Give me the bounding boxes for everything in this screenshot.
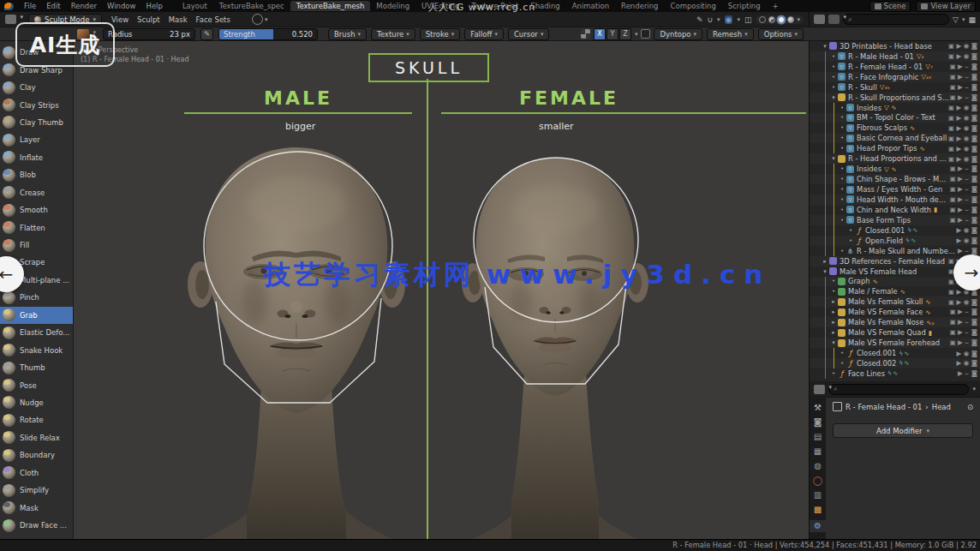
outliner-row[interactable]: •▽Basic Cornea and Eyeball▣▶◉◙ xyxy=(810,133,980,143)
tab-compositing[interactable]: Compositing xyxy=(665,1,722,11)
exclude-checkbox-icon[interactable]: ▣ xyxy=(948,135,954,142)
shading-rendered-icon[interactable] xyxy=(787,16,794,23)
render-camera-icon[interactable]: ◙ xyxy=(971,145,977,153)
selectable-icon[interactable]: ▶ xyxy=(958,206,963,214)
shading-solid-icon[interactable] xyxy=(768,16,775,23)
snap-icon[interactable]: ∪ xyxy=(707,15,713,24)
tool-cloth[interactable]: Cloth xyxy=(0,464,73,482)
tool-clay-thumb[interactable]: Clay Thumb xyxy=(0,114,73,131)
exclude-checkbox-icon[interactable]: ▣ xyxy=(949,328,955,337)
render-camera-icon[interactable]: ◙ xyxy=(971,206,977,214)
outliner-row[interactable]: •▽R - Face Infographic▽₂₄▣▶⌣◙ xyxy=(810,72,980,82)
visibility-eye-icon[interactable]: ⌣ xyxy=(965,338,969,347)
visibility-eye-icon[interactable]: ⌣ xyxy=(965,165,969,173)
exclude-checkbox-icon[interactable]: ▣ xyxy=(949,63,955,71)
tool-crease[interactable]: Crease xyxy=(0,184,73,201)
breadcrumb-data[interactable]: Head xyxy=(932,403,951,411)
visibility-eye-icon[interactable]: ◉ xyxy=(964,359,970,367)
popover-dyntopo[interactable]: Dyntopo xyxy=(654,28,702,40)
popover-options[interactable]: Options xyxy=(758,28,804,40)
exclude-checkbox-icon[interactable]: ▣ xyxy=(948,288,954,296)
tab-rendering[interactable]: Rendering xyxy=(615,1,664,11)
outliner-row[interactable]: •▽Fibrous Scalps∿▣▶◉◙ xyxy=(810,123,980,133)
tool-layer[interactable]: Layer xyxy=(0,131,73,148)
tool-smooth[interactable]: Smooth xyxy=(0,201,73,219)
selectable-icon[interactable]: ▶ xyxy=(956,145,961,153)
visibility-eye-icon[interactable]: ◉ xyxy=(964,350,970,357)
shading-material-icon[interactable] xyxy=(778,16,785,23)
outliner-row[interactable]: •▽Chin and Neck Width▮▣▶⌣◙ xyxy=(810,205,980,215)
visibility-eye-icon[interactable]: ◉ xyxy=(964,298,970,306)
render-camera-icon[interactable]: ◙ xyxy=(971,104,977,111)
filter-icon[interactable]: ▽ xyxy=(953,15,959,24)
selectable-icon[interactable]: ▶ xyxy=(958,83,963,92)
render-camera-icon[interactable]: ◙ xyxy=(971,359,977,367)
render-camera-icon[interactable]: ◙ xyxy=(971,165,977,173)
tool-pose[interactable]: Pose xyxy=(0,376,73,393)
exclude-checkbox-icon[interactable]: ▣ xyxy=(948,257,954,265)
visibility-eye-icon[interactable]: ⌣ xyxy=(965,83,969,92)
new-collection-icon[interactable]: ▦ xyxy=(968,15,976,24)
outliner-editor-icon[interactable] xyxy=(814,15,825,24)
visibility-eye-icon[interactable]: ◉ xyxy=(964,145,970,153)
visibility-eye-icon[interactable]: ◉ xyxy=(964,114,970,122)
selectable-icon[interactable]: ▶ xyxy=(956,359,961,367)
render-camera-icon[interactable]: ◙ xyxy=(971,237,977,244)
exclude-checkbox-icon[interactable]: ▣ xyxy=(949,93,955,102)
selectable-icon[interactable]: ▶ xyxy=(958,308,963,316)
selectable-icon[interactable]: ▶ xyxy=(958,63,963,71)
tab-scripting[interactable]: Scripting xyxy=(722,1,767,11)
tool-flatten[interactable]: Flatten xyxy=(0,219,73,236)
render-camera-icon[interactable]: ◙ xyxy=(971,52,977,60)
tab-[interactable]: + xyxy=(767,1,785,11)
selectable-icon[interactable]: ▶ xyxy=(958,93,963,102)
outliner-row[interactable]: ▸Male Vs Female Nose∿₂▣▶⌣◙ xyxy=(810,317,980,327)
menu-render[interactable]: Render xyxy=(66,2,102,10)
outliner-row[interactable]: ▸Male VS Female Face∿▣▶⌣◙ xyxy=(810,307,980,317)
viewport-menu-sculpt[interactable]: Sculpt xyxy=(133,15,164,24)
outliner-row[interactable]: •▽Base Form Tips▣▶⌣◙ xyxy=(810,215,980,225)
selectable-icon[interactable]: ▶ xyxy=(958,216,963,225)
properties-tab-modifiers[interactable]: ⚙ xyxy=(810,520,826,532)
tool-mask[interactable]: Mask xyxy=(0,499,73,516)
render-camera-icon[interactable]: ◙ xyxy=(971,155,977,163)
exclude-checkbox-icon[interactable]: ▣ xyxy=(948,114,954,122)
visibility-eye-icon[interactable]: ⌣ xyxy=(965,93,969,102)
selectable-icon[interactable]: ▶ xyxy=(958,165,963,173)
menu-file[interactable]: File xyxy=(19,2,41,10)
annotate-icon[interactable]: ✎ xyxy=(696,15,703,24)
selectable-icon[interactable]: ▶ xyxy=(956,350,961,357)
tool-thumb[interactable]: Thumb xyxy=(0,359,73,376)
tab-modeling[interactable]: Modeling xyxy=(370,1,415,11)
properties-tab-output[interactable]: ▤ xyxy=(810,433,826,441)
selectable-icon[interactable]: ▶ xyxy=(958,247,963,255)
exclude-checkbox-icon[interactable]: ▣ xyxy=(949,338,955,347)
menu-window[interactable]: Window xyxy=(102,2,141,10)
pressure-sensitivity-icon[interactable]: ✎ xyxy=(200,28,213,40)
render-camera-icon[interactable]: ◙ xyxy=(971,226,977,234)
viewport-menu-mask[interactable]: Mask xyxy=(164,15,192,24)
outliner-row[interactable]: ▸Male VS Female Quad▮▣▶⌣◙ xyxy=(810,327,980,338)
tool-clay-strips[interactable]: Clay Strips xyxy=(0,96,73,113)
menu-help[interactable]: Help xyxy=(140,2,167,10)
selectable-icon[interactable]: ▶ xyxy=(958,318,963,326)
exclude-checkbox-icon[interactable]: ▣ xyxy=(949,83,955,92)
outliner-row[interactable]: ▾3D Printables - Head base▣▶◉◙ xyxy=(810,41,980,51)
dyntopo-checkbox[interactable] xyxy=(641,29,650,39)
popover-brush[interactable]: Brush xyxy=(328,28,367,40)
tool-nudge[interactable]: Nudge xyxy=(0,394,73,411)
selectable-icon[interactable]: ▶ xyxy=(956,104,961,111)
properties-search-input[interactable]: ⌕ xyxy=(828,384,969,395)
exclude-checkbox-icon[interactable]: ▣ xyxy=(948,104,954,111)
render-camera-icon[interactable]: ◙ xyxy=(971,93,977,102)
visibility-eye-icon[interactable]: ⌣ xyxy=(965,216,969,225)
selectable-icon[interactable]: ▶ xyxy=(958,185,963,194)
render-camera-icon[interactable]: ◙ xyxy=(971,369,977,378)
render-camera-icon[interactable]: ◙ xyxy=(971,216,977,225)
selectable-icon[interactable]: ▶ xyxy=(958,195,963,204)
visibility-eye-icon[interactable]: ⌣ xyxy=(965,185,969,194)
exclude-checkbox-icon[interactable]: ▣ xyxy=(949,185,955,194)
selectable-icon[interactable]: ▶ xyxy=(958,338,963,347)
properties-tab-collection[interactable]: ▥ xyxy=(810,491,826,500)
exclude-checkbox-icon[interactable]: ▣ xyxy=(949,165,955,173)
